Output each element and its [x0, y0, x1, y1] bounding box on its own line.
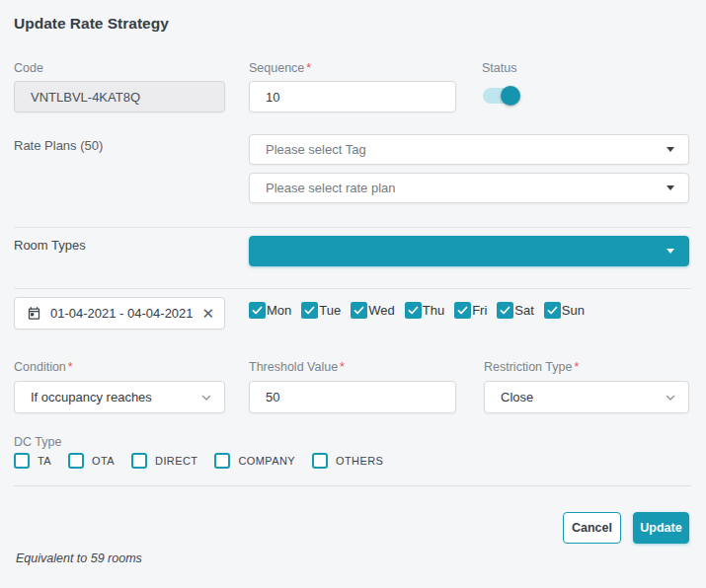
- dc-type-checkbox-group: TAOTADIRECTCOMPANYOTHERS: [14, 453, 400, 469]
- checkbox-wed[interactable]: Wed: [351, 302, 395, 319]
- condition-select[interactable]: If occupancy reaches: [14, 381, 225, 413]
- status-toggle[interactable]: [483, 87, 519, 105]
- chevron-down-icon: [200, 392, 212, 404]
- room-types-label: Room Types: [14, 238, 86, 253]
- checkbox-checked-icon[interactable]: [351, 302, 367, 319]
- checkbox-checked-icon[interactable]: [301, 302, 318, 319]
- checkbox-others[interactable]: OTHERS: [312, 453, 383, 469]
- checkbox-thu[interactable]: Thu: [405, 302, 444, 319]
- checkbox-tue[interactable]: Tue: [301, 302, 341, 319]
- section-divider: [14, 288, 691, 289]
- threshold-label: Threshold Value*: [249, 360, 345, 374]
- sequence-label: Sequence*: [249, 61, 311, 75]
- date-range-field[interactable]: 01-04-2021 - 04-04-2021 ✕: [14, 297, 225, 330]
- equivalent-rooms-note: Equivalent to 59 rooms: [16, 551, 142, 565]
- required-asterisk: *: [574, 360, 579, 374]
- checkbox-sun[interactable]: Sun: [544, 302, 585, 319]
- checkbox-label: Tue: [319, 303, 341, 318]
- required-asterisk: *: [340, 360, 345, 374]
- dc-type-label: DC Type: [14, 435, 61, 449]
- checkbox-checked-icon[interactable]: [497, 302, 513, 319]
- checkbox-unchecked-icon[interactable]: [14, 453, 30, 469]
- restriction-type-select[interactable]: Close: [484, 381, 689, 413]
- threshold-input[interactable]: [249, 381, 456, 413]
- restriction-type-select-value: Close: [501, 390, 665, 404]
- checkbox-label: OTHERS: [336, 455, 383, 467]
- checkbox-ota[interactable]: OTA: [68, 453, 115, 469]
- room-types-select[interactable]: [249, 236, 689, 266]
- checkbox-checked-icon[interactable]: [454, 302, 471, 319]
- checkbox-unchecked-icon[interactable]: [68, 453, 84, 469]
- checkbox-fri[interactable]: Fri: [454, 302, 487, 319]
- condition-select-value: If occupancy reaches: [31, 390, 200, 404]
- checkbox-label: DIRECT: [155, 455, 197, 467]
- chevron-down-icon: [665, 392, 676, 404]
- checkbox-label: Mon: [267, 303, 291, 318]
- checkbox-unchecked-icon[interactable]: [131, 453, 147, 469]
- status-label: Status: [482, 61, 516, 75]
- checkbox-checked-icon[interactable]: [544, 302, 561, 319]
- checkbox-label: Fri: [472, 303, 487, 318]
- toggle-knob: [501, 86, 520, 106]
- required-asterisk: *: [68, 360, 73, 374]
- checkbox-label: Wed: [368, 303, 395, 318]
- checkbox-label: OTA: [92, 455, 115, 467]
- rate-plan-select-placeholder: Please select rate plan: [266, 181, 667, 195]
- code-field: [14, 81, 225, 112]
- restriction-type-label: Restriction Type*: [484, 360, 579, 374]
- tag-select[interactable]: Please select Tag: [249, 134, 689, 165]
- checkbox-label: Sun: [562, 303, 585, 318]
- sequence-input[interactable]: [249, 81, 456, 112]
- checkbox-label: TA: [38, 455, 51, 467]
- code-label: Code: [14, 61, 43, 75]
- update-rate-strategy-form: Update Rate Strategy Code Sequence* Stat…: [0, 0, 706, 588]
- rate-plan-select[interactable]: Please select rate plan: [249, 173, 689, 203]
- cancel-button[interactable]: Cancel: [563, 512, 621, 544]
- weekday-checkbox-group: MonTueWedThuFriSatSun: [249, 302, 594, 319]
- date-range-value: 01-04-2021 - 04-04-2021: [50, 306, 201, 321]
- calendar-icon[interactable]: [27, 306, 41, 321]
- checkbox-unchecked-icon[interactable]: [214, 453, 230, 469]
- checkbox-label: Thu: [423, 303, 444, 318]
- clear-date-icon[interactable]: ✕: [201, 306, 214, 321]
- section-divider: [14, 227, 691, 228]
- checkbox-label: Sat: [514, 303, 534, 318]
- checkbox-mon[interactable]: Mon: [249, 302, 291, 319]
- checkbox-company[interactable]: COMPANY: [214, 453, 295, 469]
- page-title: Update Rate Strategy: [14, 15, 169, 33]
- caret-down-icon: [667, 249, 674, 254]
- checkbox-sat[interactable]: Sat: [497, 302, 534, 319]
- condition-label: Condition*: [14, 360, 73, 374]
- required-asterisk: *: [306, 61, 311, 75]
- checkbox-checked-icon[interactable]: [249, 302, 266, 319]
- section-divider: [14, 485, 691, 486]
- checkbox-ta[interactable]: TA: [14, 453, 51, 469]
- checkbox-label: COMPANY: [238, 455, 295, 467]
- caret-down-icon: [667, 185, 674, 190]
- update-button[interactable]: Update: [633, 512, 689, 544]
- caret-down-icon: [667, 147, 674, 152]
- rate-plans-label: Rate Plans (50): [14, 138, 103, 153]
- tag-select-placeholder: Please select Tag: [266, 142, 667, 157]
- checkbox-unchecked-icon[interactable]: [312, 453, 328, 469]
- checkbox-direct[interactable]: DIRECT: [131, 453, 197, 469]
- checkbox-checked-icon[interactable]: [405, 302, 422, 319]
